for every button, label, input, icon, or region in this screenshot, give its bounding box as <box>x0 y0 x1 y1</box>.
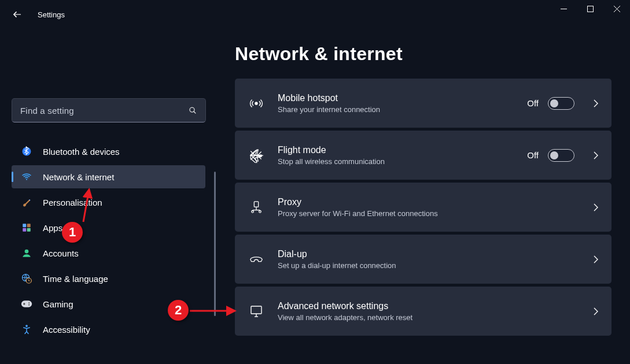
sidebar-item-network[interactable]: Network & internet <box>12 165 205 188</box>
svg-line-7 <box>194 112 196 113</box>
maximize-icon <box>587 6 594 12</box>
sidebar-item-accessibility[interactable]: Accessibility <box>12 318 205 341</box>
chevron-right-icon <box>593 99 599 108</box>
svg-rect-11 <box>27 224 31 227</box>
card-proxy[interactable]: Proxy Proxy server for Wi-Fi and Etherne… <box>235 183 611 232</box>
svg-point-14 <box>25 250 29 254</box>
chevron-right-icon <box>593 255 599 264</box>
annotation-number: 2 <box>175 303 182 318</box>
sidebar-item-label: Bluetooth & devices <box>43 147 120 157</box>
annotation-badge-2: 2 <box>168 300 189 321</box>
card-title: Advanced network settings <box>278 301 584 311</box>
svg-point-22 <box>255 102 257 105</box>
sidebar-item-label: Gaming <box>43 299 73 309</box>
card-subtitle: View all network adapters, network reset <box>278 313 584 322</box>
annotation-arrow-2 <box>189 305 241 317</box>
search-box[interactable] <box>12 98 206 122</box>
main-content: Network & internet Mobile hotspot Share … <box>214 32 620 364</box>
card-mobile-hotspot[interactable]: Mobile hotspot Share your internet conne… <box>235 79 611 128</box>
svg-rect-3 <box>587 6 593 12</box>
minimize-icon <box>561 6 567 12</box>
toggle-state-label: Off <box>527 98 539 108</box>
svg-point-26 <box>252 210 254 213</box>
hotspot-toggle[interactable] <box>548 97 574 110</box>
expand-chevron[interactable] <box>592 255 600 264</box>
svg-rect-23 <box>254 201 258 206</box>
chevron-right-icon <box>593 307 599 316</box>
phone-icon <box>246 253 266 266</box>
gaming-icon <box>21 298 32 310</box>
svg-rect-28 <box>251 306 261 314</box>
card-flight-mode[interactable]: Flight mode Stop all wireless communicat… <box>235 131 611 180</box>
toggle-state-label: Off <box>527 150 539 160</box>
back-button[interactable] <box>0 0 32 29</box>
sidebar-item-label: Accessibility <box>43 325 90 335</box>
chevron-right-icon <box>593 151 599 160</box>
sidebar-item-accounts[interactable]: Accounts <box>12 242 205 265</box>
annotation-number: 1 <box>69 225 76 240</box>
window-titlebar: Settings <box>0 0 630 29</box>
app-name: Settings <box>38 10 65 19</box>
sidebar-item-personalisation[interactable]: Personalisation <box>12 191 205 214</box>
apps-icon <box>21 222 32 233</box>
card-title: Dial-up <box>278 249 584 259</box>
annotation-arrow-1 <box>81 185 98 225</box>
card-subtitle: Stop all wireless communication <box>278 157 527 166</box>
expand-chevron[interactable] <box>592 99 600 108</box>
proxy-icon <box>246 200 266 214</box>
sidebar-item-label: Time & language <box>43 274 108 284</box>
card-title: Flight mode <box>278 145 527 155</box>
flight-mode-toggle[interactable] <box>548 149 574 162</box>
sidebar-item-apps[interactable]: Apps <box>12 216 205 239</box>
arrow-left-icon-line <box>12 9 23 20</box>
annotation-badge-1: 1 <box>62 222 83 243</box>
globe-clock-icon <box>21 273 32 284</box>
person-icon <box>21 247 32 259</box>
svg-point-6 <box>190 107 194 112</box>
sidebar-item-label: Accounts <box>43 248 79 258</box>
search-icon <box>188 106 197 115</box>
expand-chevron[interactable] <box>592 203 600 212</box>
svg-line-31 <box>83 190 89 222</box>
sidebar-item-label: Apps <box>43 223 62 233</box>
monitor-icon <box>246 305 266 318</box>
card-title: Mobile hotspot <box>278 93 527 103</box>
svg-rect-17 <box>21 300 32 307</box>
accessibility-icon <box>21 324 32 335</box>
svg-rect-13 <box>27 228 31 232</box>
svg-rect-12 <box>23 228 26 232</box>
svg-point-19 <box>28 302 30 303</box>
chevron-right-icon <box>593 203 599 212</box>
wifi-icon <box>21 171 32 183</box>
svg-point-21 <box>25 325 28 327</box>
card-dialup[interactable]: Dial-up Set up a dial-up internet connec… <box>235 235 611 284</box>
bluetooth-icon <box>21 146 32 157</box>
svg-point-9 <box>26 179 27 180</box>
sidebar-item-bluetooth[interactable]: Bluetooth & devices <box>12 140 205 163</box>
maximize-button[interactable] <box>577 0 603 17</box>
card-subtitle: Set up a dial-up internet connection <box>278 261 584 270</box>
brush-icon <box>21 196 32 208</box>
svg-rect-10 <box>23 224 26 227</box>
card-advanced-network[interactable]: Advanced network settings View all netwo… <box>235 287 611 336</box>
card-title: Proxy <box>278 197 584 207</box>
sidebar-item-time-language[interactable]: Time & language <box>12 267 205 290</box>
sidebar-item-label: Network & internet <box>43 172 114 182</box>
svg-point-18 <box>23 303 25 304</box>
account-block <box>12 32 197 87</box>
svg-point-27 <box>259 210 261 213</box>
card-subtitle: Proxy server for Wi-Fi and Ethernet conn… <box>278 209 584 218</box>
close-button[interactable] <box>603 0 630 17</box>
minimize-button[interactable] <box>550 0 577 17</box>
airplane-icon <box>246 148 266 163</box>
page-title: Network & internet <box>235 43 611 65</box>
expand-chevron[interactable] <box>592 151 600 160</box>
search-input[interactable] <box>20 106 188 116</box>
card-subtitle: Share your internet connection <box>278 105 527 114</box>
svg-point-20 <box>28 304 30 306</box>
close-icon <box>614 6 620 12</box>
hotspot-icon <box>246 96 266 110</box>
expand-chevron[interactable] <box>592 307 600 316</box>
